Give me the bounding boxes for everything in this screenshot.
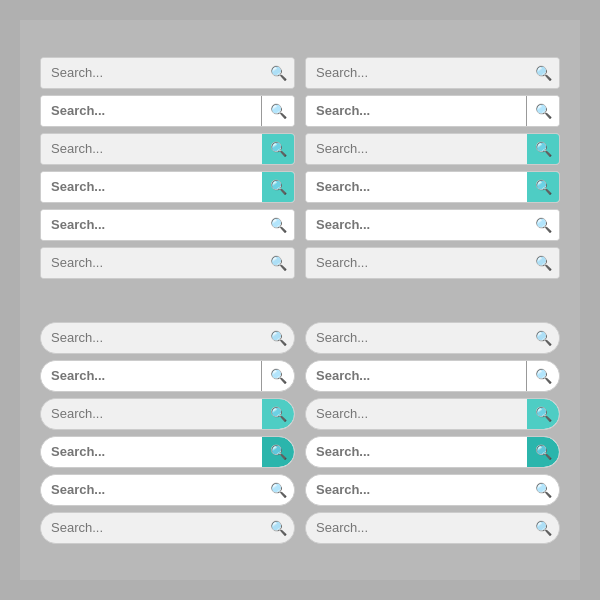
- search-input-tr-5[interactable]: [306, 210, 527, 240]
- search-button-2[interactable]: 🔍: [262, 96, 294, 126]
- search-input-bl-4[interactable]: [41, 437, 262, 467]
- search-button-5[interactable]: 🔍: [262, 210, 294, 240]
- search-icon: 🔍: [535, 255, 552, 271]
- search-icon: 🔍: [535, 482, 552, 498]
- search-button-bl-5[interactable]: 🔍: [262, 475, 294, 505]
- search-button-br-1[interactable]: 🔍: [527, 323, 559, 353]
- search-icon: 🔍: [535, 368, 552, 384]
- search-button-br-6[interactable]: 🔍: [527, 513, 559, 543]
- search-button-bl-2[interactable]: 🔍: [262, 361, 294, 391]
- quadrant-bottom-left: 🔍 🔍 🔍 🔍 🔍: [40, 305, 295, 560]
- search-input-6[interactable]: [41, 248, 262, 278]
- search-button-3[interactable]: 🔍: [262, 134, 294, 164]
- search-button-tr-6[interactable]: 🔍: [527, 248, 559, 278]
- search-input-br-5[interactable]: [306, 475, 527, 505]
- search-icon: 🔍: [535, 520, 552, 536]
- search-button-br-4[interactable]: 🔍: [527, 437, 559, 467]
- search-button-br-5[interactable]: 🔍: [527, 475, 559, 505]
- search-icon: 🔍: [535, 330, 552, 346]
- search-icon: 🔍: [270, 482, 287, 498]
- search-icon: 🔍: [535, 103, 552, 119]
- main-container: 🔍 🔍 🔍 🔍 🔍: [20, 20, 580, 580]
- search-icon: 🔍: [270, 330, 287, 346]
- search-bar-tr-1: 🔍: [305, 57, 560, 89]
- search-icon: 🔍: [535, 217, 552, 233]
- search-bar-5: 🔍: [40, 209, 295, 241]
- search-input-br-3[interactable]: [306, 399, 527, 429]
- search-icon: 🔍: [535, 179, 552, 195]
- search-input-tr-6[interactable]: [306, 248, 527, 278]
- search-bar-bl-4: 🔍: [40, 436, 295, 468]
- search-bar-bl-2: 🔍: [40, 360, 295, 392]
- search-bar-bl-5: 🔍: [40, 474, 295, 506]
- search-button-4[interactable]: 🔍: [262, 172, 294, 202]
- search-icon: 🔍: [270, 217, 287, 233]
- search-input-3[interactable]: [41, 134, 262, 164]
- search-input-2[interactable]: [41, 96, 262, 126]
- search-button-6[interactable]: 🔍: [262, 248, 294, 278]
- search-icon: 🔍: [270, 368, 287, 384]
- search-input-5[interactable]: [41, 210, 262, 240]
- search-bar-br-3: 🔍: [305, 398, 560, 430]
- search-icon: 🔍: [270, 179, 287, 195]
- search-bar-6: 🔍: [40, 247, 295, 279]
- search-input-bl-2[interactable]: [41, 361, 262, 391]
- search-bar-4: 🔍: [40, 171, 295, 203]
- search-icon: 🔍: [535, 65, 552, 81]
- search-input-bl-6[interactable]: [41, 513, 262, 543]
- search-bar-3: 🔍: [40, 133, 295, 165]
- search-input-4[interactable]: [41, 172, 262, 202]
- search-bar-br-4: 🔍: [305, 436, 560, 468]
- search-bar-tr-6: 🔍: [305, 247, 560, 279]
- search-bar-br-6: 🔍: [305, 512, 560, 544]
- search-icon: 🔍: [535, 444, 552, 460]
- search-icon: 🔍: [535, 406, 552, 422]
- search-input-bl-5[interactable]: [41, 475, 262, 505]
- search-input-1[interactable]: [41, 58, 262, 88]
- search-icon: 🔍: [270, 65, 287, 81]
- search-icon: 🔍: [270, 103, 287, 119]
- search-icon: 🔍: [270, 255, 287, 271]
- search-button-tr-1[interactable]: 🔍: [527, 58, 559, 88]
- search-icon: 🔍: [270, 444, 287, 460]
- search-bar-tr-4: 🔍: [305, 171, 560, 203]
- search-button-tr-2[interactable]: 🔍: [527, 96, 559, 126]
- search-bar-tr-2: 🔍: [305, 95, 560, 127]
- search-input-br-4[interactable]: [306, 437, 527, 467]
- search-button-tr-3[interactable]: 🔍: [527, 134, 559, 164]
- search-icon: 🔍: [270, 520, 287, 536]
- search-icon: 🔍: [535, 141, 552, 157]
- search-input-tr-2[interactable]: [306, 96, 527, 126]
- search-icon: 🔍: [270, 141, 287, 157]
- search-button-tr-4[interactable]: 🔍: [527, 172, 559, 202]
- search-button-bl-1[interactable]: 🔍: [262, 323, 294, 353]
- search-button-bl-3[interactable]: 🔍: [262, 399, 294, 429]
- search-button-tr-5[interactable]: 🔍: [527, 210, 559, 240]
- search-button-br-3[interactable]: 🔍: [527, 399, 559, 429]
- search-bar-br-2: 🔍: [305, 360, 560, 392]
- search-bar-bl-3: 🔍: [40, 398, 295, 430]
- search-button-bl-4[interactable]: 🔍: [262, 437, 294, 467]
- search-bar-2: 🔍: [40, 95, 295, 127]
- search-bar-br-1: 🔍: [305, 322, 560, 354]
- search-input-br-1[interactable]: [306, 323, 527, 353]
- search-input-tr-3[interactable]: [306, 134, 527, 164]
- quadrant-top-right: 🔍 🔍 🔍 🔍 🔍: [305, 40, 560, 295]
- search-bar-bl-1: 🔍: [40, 322, 295, 354]
- search-bar-1: 🔍: [40, 57, 295, 89]
- search-input-tr-1[interactable]: [306, 58, 527, 88]
- search-icon: 🔍: [270, 406, 287, 422]
- search-bar-bl-6: 🔍: [40, 512, 295, 544]
- search-input-br-2[interactable]: [306, 361, 527, 391]
- search-input-br-6[interactable]: [306, 513, 527, 543]
- search-button-1[interactable]: 🔍: [262, 58, 294, 88]
- search-input-bl-1[interactable]: [41, 323, 262, 353]
- search-input-tr-4[interactable]: [306, 172, 527, 202]
- quadrant-top-left: 🔍 🔍 🔍 🔍 🔍: [40, 40, 295, 295]
- quadrant-bottom-right: 🔍 🔍 🔍 🔍 🔍: [305, 305, 560, 560]
- search-button-br-2[interactable]: 🔍: [527, 361, 559, 391]
- search-bar-tr-5: 🔍: [305, 209, 560, 241]
- search-bar-tr-3: 🔍: [305, 133, 560, 165]
- search-input-bl-3[interactable]: [41, 399, 262, 429]
- search-button-bl-6[interactable]: 🔍: [262, 513, 294, 543]
